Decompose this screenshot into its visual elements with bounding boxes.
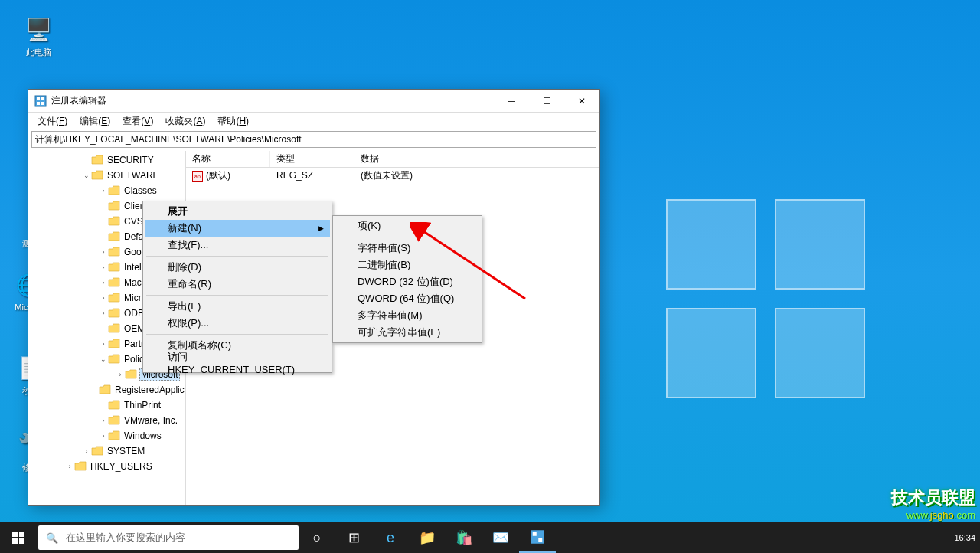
tree-item[interactable]: ›VMware, Inc.: [28, 413, 185, 428]
context-menu-item[interactable]: 字符串值(S): [335, 240, 480, 257]
context-menu-item[interactable]: 多字符串值(M): [335, 307, 480, 324]
svg-rect-8: [19, 532, 24, 537]
svg-rect-2: [41, 97, 44, 100]
cortana-icon[interactable]: ○: [299, 522, 335, 553]
list-header[interactable]: 名称 类型 数据: [186, 151, 599, 168]
svg-rect-3: [37, 102, 40, 105]
app-icon: [34, 95, 47, 107]
tree-item[interactable]: RegisteredApplica: [28, 382, 185, 398]
context-menu-item[interactable]: 查找(F)...: [145, 237, 330, 254]
close-button[interactable]: ✕: [564, 90, 599, 113]
context-menu-item[interactable]: 权限(P)...: [145, 315, 330, 332]
tree-item[interactable]: ›Classes: [28, 183, 185, 198]
context-menu-item[interactable]: 删除(D): [145, 259, 330, 276]
context-menu-item[interactable]: 可扩充字符串值(E): [335, 324, 480, 341]
tree-item[interactable]: SECURITY: [28, 152, 185, 168]
list-row[interactable]: ab(默认)REG_SZ(数值未设置): [186, 168, 599, 183]
svg-rect-4: [41, 102, 44, 105]
menu-item[interactable]: 文件(F): [31, 113, 74, 129]
taskbar-search[interactable]: 🔍 在这里输入你要搜索的内容: [38, 525, 299, 550]
regedit-taskbar-icon[interactable]: [519, 522, 556, 553]
system-tray[interactable]: 16:34: [954, 533, 980, 542]
context-menu-item[interactable]: QWORD (64 位)值(Q): [335, 290, 480, 307]
mail-icon[interactable]: ✉️: [482, 522, 519, 553]
maximize-button[interactable]: ☐: [529, 90, 564, 113]
explorer-icon[interactable]: 📁: [409, 522, 446, 553]
context-menu-new: 项(K)字符串值(S)二进制值(B)DWORD (32 位)值(D)QWORD …: [332, 215, 482, 343]
svg-rect-13: [538, 538, 542, 542]
menu-item[interactable]: 收藏夹(A): [159, 113, 211, 129]
tree-item[interactable]: ⌄SOFTWARE: [28, 168, 185, 183]
menu-item[interactable]: 编辑(E): [74, 113, 116, 129]
context-menu-item[interactable]: 项(K): [335, 218, 480, 234]
watermark-url: www.jsgho.com: [891, 509, 975, 521]
svg-rect-12: [533, 532, 537, 536]
context-menu-item[interactable]: 导出(E): [145, 298, 330, 315]
context-menu-item[interactable]: 二进制值(B): [335, 257, 480, 273]
col-data[interactable]: 数据: [354, 151, 599, 167]
address-bar[interactable]: 计算机\HKEY_LOCAL_MACHINE\SOFTWARE\Policies…: [31, 131, 596, 148]
tree-item[interactable]: ›Windows: [28, 428, 185, 443]
desktop-icon[interactable]: 🖥️此电脑: [15, 14, 61, 58]
minimize-button[interactable]: ─: [494, 90, 529, 113]
taskview-icon[interactable]: ⊞: [335, 522, 372, 553]
search-icon: 🔍: [46, 532, 58, 544]
col-name[interactable]: 名称: [186, 151, 270, 167]
tree-item[interactable]: ›HKEY_USERS: [28, 459, 185, 474]
tree-item[interactable]: ›SYSTEM: [28, 443, 185, 459]
context-menu-main: 展开新建(N)▶查找(F)...删除(D)重命名(R)导出(E)权限(P)...…: [142, 201, 332, 373]
context-menu-item[interactable]: DWORD (32 位)值(D): [335, 273, 480, 290]
titlebar[interactable]: 注册表编辑器 ─ ☐ ✕: [28, 90, 599, 113]
search-placeholder: 在这里输入你要搜索的内容: [66, 531, 185, 545]
windows-logo-wallpaper: [666, 199, 865, 398]
address-text: 计算机\HKEY_LOCAL_MACHINE\SOFTWARE\Policies…: [35, 133, 302, 146]
edge-icon[interactable]: e: [372, 522, 409, 553]
start-button[interactable]: [0, 522, 37, 553]
watermark: 技术员联盟 www.jsgho.com: [891, 486, 975, 521]
menu-item[interactable]: 帮助(H): [211, 113, 255, 129]
svg-rect-9: [12, 538, 18, 544]
context-menu-item[interactable]: 访问 HKEY_CURRENT_USER(T): [145, 354, 330, 371]
context-menu-item[interactable]: 新建(N)▶: [145, 220, 330, 237]
watermark-title: 技术员联盟: [891, 486, 975, 509]
window-title: 注册表编辑器: [51, 94, 494, 107]
store-icon[interactable]: 🛍️: [446, 522, 482, 553]
context-menu-item[interactable]: 重命名(R): [145, 276, 330, 293]
tree-item[interactable]: ThinPrint: [28, 398, 185, 413]
taskbar: 🔍 在这里输入你要搜索的内容 ○ ⊞ e 📁 🛍️ ✉️ 16:34: [0, 522, 980, 553]
context-menu-item[interactable]: 展开: [145, 203, 330, 220]
svg-rect-1: [37, 97, 40, 100]
svg-rect-7: [12, 532, 18, 537]
tray-time: 16:34: [954, 533, 975, 542]
svg-rect-10: [19, 538, 24, 544]
menubar: 文件(F)编辑(E)查看(V)收藏夹(A)帮助(H): [28, 113, 599, 129]
col-type[interactable]: 类型: [270, 151, 354, 167]
menu-item[interactable]: 查看(V): [116, 113, 159, 129]
